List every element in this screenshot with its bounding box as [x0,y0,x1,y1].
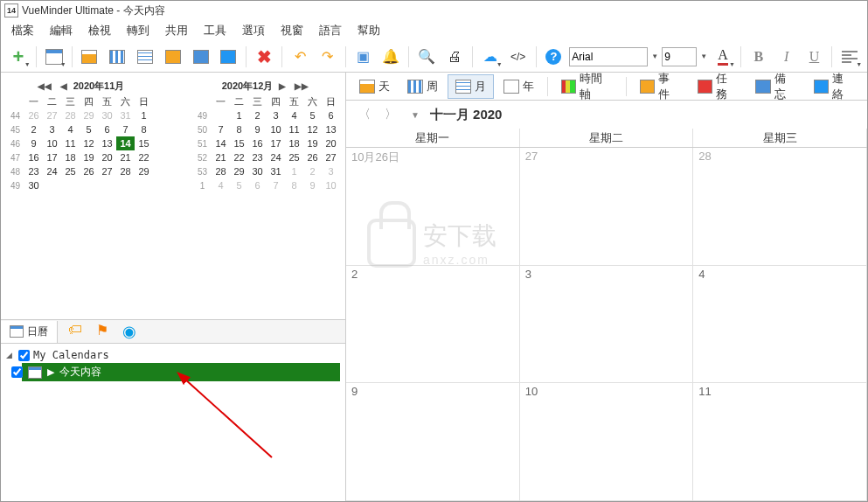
mini-day[interactable]: 10 [322,178,340,192]
mini-day[interactable]: 1 [135,108,153,122]
calendar-view-button[interactable]: ▼ [42,45,66,69]
mini-day[interactable]: 8 [135,122,153,136]
mini-day[interactable]: 20 [98,150,116,164]
mini-day[interactable]: 27 [322,150,340,164]
day-cell[interactable]: 4 [693,266,867,383]
mini-day[interactable]: 22 [135,150,153,164]
mini-day[interactable]: 21 [212,150,230,164]
font-size-select[interactable] [662,47,697,66]
mini-day[interactable]: 8 [285,178,303,192]
flag-icon[interactable]: ⚑ [96,322,108,341]
mini-day[interactable]: 5 [80,122,98,136]
mini-day[interactable]: 6 [98,122,116,136]
mini-day[interactable]: 16 [24,150,43,164]
mini-day[interactable]: 30 [98,108,116,122]
mini-day[interactable]: 31 [267,164,285,178]
mini-day[interactable]: 28 [61,108,80,122]
mini-day[interactable] [43,178,61,192]
mini-day[interactable]: 14 [212,136,230,150]
root-checkbox[interactable] [18,350,30,361]
mini-day[interactable]: 19 [80,150,98,164]
mini-day[interactable]: 3 [267,108,285,122]
mini-day[interactable]: 27 [43,108,61,122]
mini-day[interactable] [116,178,135,192]
prev-button[interactable]: 〈 [355,105,374,124]
help-button[interactable]: ? [542,45,566,69]
mini-day[interactable]: 10 [43,136,61,150]
mini-day[interactable]: 17 [43,150,61,164]
mini-day[interactable]: 13 [98,136,116,150]
mini-day[interactable] [212,108,230,122]
mini-day[interactable]: 29 [135,164,153,178]
menu-goto[interactable]: 轉到 [120,21,156,40]
dropdown-button[interactable]: ▼ [407,108,423,122]
next-year-button[interactable]: ▶▶ [292,80,311,92]
mini-day[interactable]: 15 [230,136,248,150]
tab-week[interactable]: 周 [399,74,446,99]
mini-day[interactable]: 8 [230,122,248,136]
mini-day[interactable]: 2 [303,164,322,178]
mini-day[interactable]: 4 [212,178,230,192]
menu-window[interactable]: 視窗 [274,21,310,40]
mini-day[interactable]: 12 [80,136,98,150]
mini-day[interactable] [61,178,80,192]
day-cell[interactable]: 27 [520,148,694,265]
day-cell[interactable]: 3 [520,266,694,383]
month-grid[interactable]: 星期一 星期二 星期三 10月26日 27 28 2 3 4 9 10 11 [346,129,867,501]
mini-day[interactable]: 21 [116,150,135,164]
tab-calendars[interactable]: 日曆 [1,321,58,343]
mini-day[interactable]: 28 [116,164,135,178]
mini-calendar-left[interactable]: ◀◀ ◀ 2020年11月 一二三四五六日4426272829303114523… [6,80,153,192]
mini-day[interactable]: 24 [43,164,61,178]
mini-day[interactable]: 9 [248,122,267,136]
code-button[interactable]: </> [506,45,531,69]
mini-day[interactable]: 19 [303,136,322,150]
mini-day[interactable]: 11 [285,122,303,136]
mini-day[interactable]: 27 [98,164,116,178]
day-cell[interactable]: 2 [346,266,520,383]
prev-year-button[interactable]: ◀◀ [35,80,54,92]
mini-day[interactable]: 18 [61,150,80,164]
mini-day[interactable]: 12 [303,122,322,136]
mini-day[interactable]: 17 [267,136,285,150]
mini-day[interactable]: 1 [285,164,303,178]
tab-year[interactable]: 年 [496,74,542,99]
search-button[interactable]: 🔍 [414,45,439,69]
menu-help[interactable]: 幫助 [351,21,387,40]
next-month-button[interactable]: ▶ [276,80,288,92]
mini-day[interactable]: 28 [212,164,230,178]
contact-button[interactable] [217,45,241,69]
menu-edit[interactable]: 編輯 [43,21,80,40]
mini-day[interactable]: 29 [80,108,98,122]
print-button[interactable]: 🖨 [442,45,467,69]
mini-day[interactable]: 5 [303,108,322,122]
undo-button[interactable]: ↶ [288,45,312,69]
mini-day[interactable]: 6 [248,178,267,192]
mini-day[interactable] [98,178,116,192]
mini-day[interactable]: 7 [116,122,135,136]
calendar-item-selected[interactable]: ▶ 今天内容 [22,363,340,381]
mini-day[interactable] [80,178,98,192]
mini-day[interactable]: 7 [267,178,285,192]
menu-file[interactable]: 檔案 [4,21,41,40]
mini-day[interactable]: 9 [24,136,43,150]
mini-day[interactable]: 11 [61,136,80,150]
sync-button[interactable]: ☁▼ [478,45,503,69]
mini-day[interactable] [135,178,153,192]
mini-day[interactable]: 23 [248,150,267,164]
mini-day[interactable]: 13 [322,122,340,136]
day-view-button[interactable] [78,45,102,69]
prev-month-button[interactable]: ◀ [58,80,70,92]
mini-day[interactable]: 22 [230,150,248,164]
chat-button[interactable]: ▣ [351,45,376,69]
mini-day[interactable]: 1 [230,108,248,122]
tab-day[interactable]: 天 [351,74,398,99]
menu-share[interactable]: 共用 [158,21,195,40]
underline-button[interactable]: U [802,45,827,69]
menu-options[interactable]: 選項 [235,21,272,40]
bell-button[interactable]: 🔔 [379,45,404,69]
menu-language[interactable]: 語言 [312,21,349,40]
mini-day[interactable]: 4 [61,122,80,136]
mini-day[interactable]: 7 [212,122,230,136]
tab-month[interactable]: 月 [448,74,494,99]
